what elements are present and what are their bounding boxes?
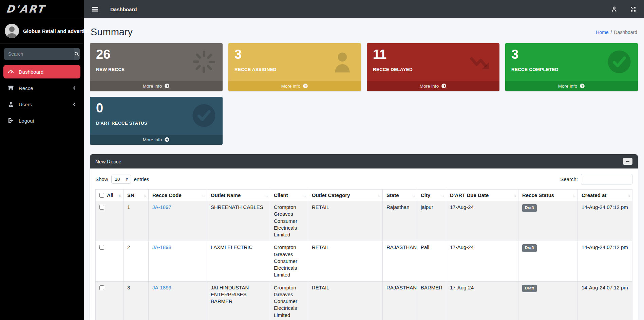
sidebar-item-label: Logout	[19, 118, 34, 124]
table-search-group: Search:	[560, 174, 632, 184]
search-input[interactable]	[4, 48, 74, 60]
column-header-outlet-name[interactable]: Outlet Name↑↓	[207, 190, 270, 201]
trend-down-icon	[468, 49, 494, 75]
more-info-label: More info	[420, 84, 439, 89]
table-header-row: All↑↓SN↑↓Recce Code↑↓Outlet Name↑↓Client…	[96, 190, 632, 201]
cell-sn: 3	[124, 281, 149, 320]
sort-icon: ↑↓	[513, 193, 516, 197]
cell-state: RAJASTHAN	[383, 241, 417, 281]
sidebar-item-label: Recce	[19, 85, 33, 91]
more-info-label: More info	[558, 84, 577, 89]
column-header-d-art-due-date[interactable]: D'ART Due Date↑↓	[446, 190, 518, 201]
recce-code-link[interactable]: JA-1898	[152, 244, 171, 250]
column-header-outlet-category[interactable]: Outlet Category↑↓	[308, 190, 383, 201]
sidebar-item-logout[interactable]: Logout	[3, 114, 80, 127]
more-info-link[interactable]: More info	[367, 81, 499, 91]
column-label: City	[421, 192, 430, 198]
tachometer-icon	[7, 68, 14, 75]
brand-logo: D'ART	[5, 3, 45, 15]
row-checkbox[interactable]	[99, 205, 104, 210]
cell-city: Pali	[417, 241, 446, 281]
sort-icon: ↑↓	[378, 193, 380, 197]
select-all-checkbox[interactable]	[99, 193, 104, 198]
minus-icon[interactable]	[623, 158, 632, 165]
breadcrumb-separator: /	[611, 30, 612, 35]
sign-out-icon	[7, 117, 14, 124]
check-circle-icon	[606, 49, 632, 75]
sidebar-item-users[interactable]: Users	[3, 97, 80, 111]
column-label: Client	[274, 192, 288, 198]
more-info-link[interactable]: More info	[505, 81, 638, 91]
menu-icon[interactable]	[91, 6, 99, 13]
breadcrumb-home-link[interactable]: Home	[596, 30, 608, 35]
cell-outlet-category: RETAIL	[308, 241, 383, 281]
column-header-all[interactable]: All↑↓	[96, 190, 124, 201]
sidebar-item-label: Dashboard	[19, 69, 43, 75]
sort-icon: ↑↓	[265, 193, 267, 197]
cell-recce-code: JA-1898	[149, 241, 207, 281]
panel-header: New Recce	[90, 154, 638, 168]
row-checkbox[interactable]	[99, 285, 104, 290]
cell-dart-due-date: 17-Aug-24	[446, 281, 518, 320]
cell-outlet-name: SHREENATH CABLES	[207, 201, 270, 241]
column-header-recce-status[interactable]: Recce Status↑↓	[518, 190, 578, 201]
column-header-created-at[interactable]: Created at↑↓	[578, 190, 632, 201]
sort-icon: ↑↓	[144, 193, 146, 197]
spinner-icon	[191, 49, 217, 75]
expand-icon[interactable]	[630, 6, 637, 13]
column-header-city[interactable]: City↑↓	[417, 190, 446, 201]
column-label: Outlet Category	[312, 192, 350, 198]
status-badge: Draft	[522, 204, 537, 212]
column-label: State	[386, 192, 399, 198]
page-length-select[interactable]: 10	[111, 175, 131, 184]
more-info-label: More info	[143, 84, 162, 89]
column-header-sn[interactable]: SN↑↓	[124, 190, 149, 201]
row-checkbox[interactable]	[99, 245, 104, 250]
column-label: Recce Code	[152, 192, 182, 198]
cell-select	[96, 281, 124, 320]
cell-state: RAJASTHAN	[383, 281, 417, 320]
more-info-link[interactable]: More info	[90, 81, 223, 91]
sidebar: D'ART Globus Retail and advertisi Dashbo…	[0, 0, 84, 320]
sidebar-search	[4, 48, 80, 60]
user-name: Globus Retail and advertisi	[23, 28, 89, 34]
check-circle-icon	[191, 102, 217, 129]
cell-client: Crompton Greaves Consumer Electricals Li…	[270, 201, 308, 241]
cell-client: Crompton Greaves Consumer Electricals Li…	[270, 281, 308, 320]
column-header-state[interactable]: State↑↓	[383, 190, 417, 201]
cell-recce-status: Draft	[518, 201, 578, 241]
main-area: Dashboard Summary Home/Dashboard 26NEW R…	[84, 0, 644, 320]
table-search-input[interactable]	[581, 174, 632, 184]
recce-code-link[interactable]: JA-1897	[152, 204, 171, 210]
user-panel: Globus Retail and advertisi	[0, 18, 84, 44]
cell-outlet-category: RETAIL	[308, 201, 383, 241]
panel-title: New Recce	[95, 159, 121, 164]
column-header-client[interactable]: Client↑↓	[270, 190, 308, 201]
sidebar-item-dashboard[interactable]: Dashboard	[3, 65, 80, 78]
column-header-recce-code[interactable]: Recce Code↑↓	[149, 190, 207, 201]
cell-dart-due-date: 17-Aug-24	[446, 201, 518, 241]
page-title: Summary	[91, 26, 133, 38]
summary-box-new-recce: 26NEW RECCEMore info	[90, 43, 223, 91]
column-label: Created at	[582, 192, 606, 198]
user-icon[interactable]	[611, 6, 618, 13]
cell-select	[96, 201, 124, 241]
sort-icon: ↑↓	[441, 193, 443, 197]
search-button[interactable]	[74, 48, 80, 60]
brand: D'ART	[0, 0, 84, 18]
navbar-title: Dashboard	[110, 6, 137, 12]
recce-code-link[interactable]: JA-1899	[152, 285, 171, 290]
cell-created-at: 14-Aug-24 07:12 pm	[578, 281, 632, 320]
cell-recce-code: JA-1899	[149, 281, 207, 320]
column-label: SN	[127, 192, 134, 198]
more-info-link[interactable]: More info	[228, 81, 361, 91]
new-recce-panel: New Recce Show 10 entries Search:	[90, 154, 638, 320]
content: Summary Home/Dashboard 26NEW RECCEMore i…	[84, 18, 644, 320]
sidebar-item-recce[interactable]: Recce	[3, 81, 80, 95]
more-info-link[interactable]: More info	[90, 135, 223, 145]
sort-icon: ↑↓	[202, 193, 204, 197]
store-icon	[7, 85, 14, 91]
sort-icon: ↑↓	[303, 193, 305, 197]
table-row: 3JA-1899JAI HINDUSTAN ENTERPRISES BARMER…	[96, 281, 632, 320]
cell-recce-status: Draft	[518, 241, 578, 281]
